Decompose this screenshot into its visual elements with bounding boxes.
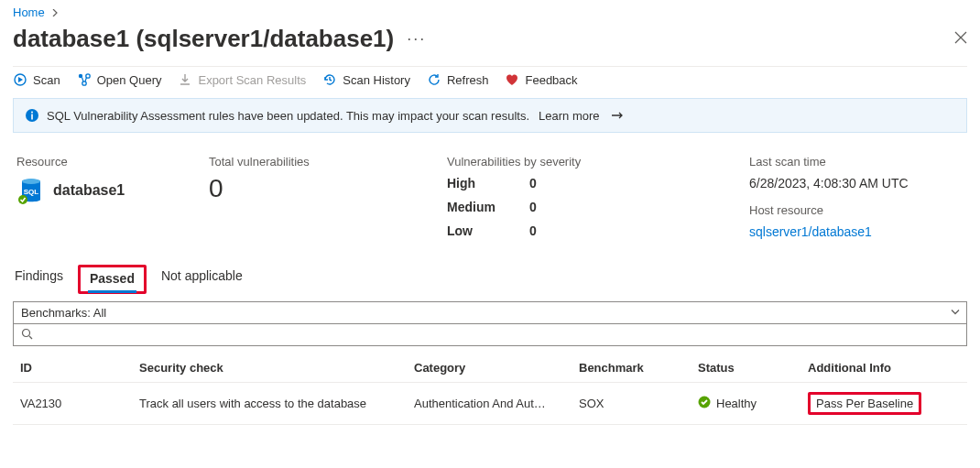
sev-medium-label: Medium <box>447 200 529 214</box>
svg-point-3 <box>82 82 85 85</box>
history-label: Scan History <box>343 73 410 87</box>
cell-benchmark: SOX <box>572 383 691 425</box>
status-text: Healthy <box>716 397 757 410</box>
healthy-icon <box>698 396 711 411</box>
col-id[interactable]: ID <box>13 354 132 383</box>
more-icon[interactable]: ··· <box>399 29 433 49</box>
col-benchmark[interactable]: Benchmark <box>572 354 691 383</box>
last-scan-label: Last scan time <box>749 155 978 169</box>
severity-label: Vulnerabilities by severity <box>447 155 731 169</box>
svg-point-7 <box>22 179 40 184</box>
scan-button[interactable]: Scan <box>13 72 60 87</box>
info-icon <box>25 108 39 123</box>
download-icon <box>178 72 192 87</box>
export-label: Export Scan Results <box>198 73 306 87</box>
sev-medium-value: 0 <box>529 200 584 214</box>
history-icon <box>322 72 337 87</box>
search-icon <box>21 328 33 343</box>
toolbar: Scan Open Query Export Scan Results Scan… <box>13 66 967 98</box>
chevron-down-icon <box>950 306 961 320</box>
col-status[interactable]: Status <box>691 354 800 383</box>
last-scan-value: 6/28/2023, 4:08:30 AM UTC <box>749 176 978 190</box>
resource-name: database1 <box>53 182 125 199</box>
table-row[interactable]: VA2130 Track all users with access to th… <box>13 383 967 425</box>
banner-text: SQL Vulnerability Assessment rules have … <box>47 109 529 123</box>
svg-point-5 <box>31 112 33 114</box>
benchmark-select[interactable]: Benchmarks: All <box>13 301 967 324</box>
breadcrumb-home[interactable]: Home <box>13 5 45 19</box>
feedback-label: Feedback <box>525 73 577 87</box>
search-input[interactable] <box>13 324 967 346</box>
learn-more-link[interactable]: Learn more <box>539 109 599 123</box>
close-icon[interactable] <box>954 31 967 47</box>
cell-category: Authentication And Aut… <box>407 383 572 425</box>
col-info[interactable]: Additional Info <box>800 354 967 383</box>
svg-point-10 <box>23 329 30 336</box>
sev-low-value: 0 <box>529 223 584 238</box>
search-field[interactable] <box>38 327 959 343</box>
svg-rect-6 <box>31 114 33 120</box>
refresh-label: Refresh <box>447 73 489 87</box>
page-title: database1 (sqlserver1/database1) <box>13 25 394 53</box>
cell-id: VA2130 <box>13 383 132 425</box>
total-vuln-label: Total vulnerabilities <box>209 155 429 169</box>
history-button[interactable]: Scan History <box>322 72 410 87</box>
open-query-button[interactable]: Open Query <box>77 72 162 87</box>
overview: Resource SQL database1 Total vulnerabili… <box>13 133 967 257</box>
tab-findings[interactable]: Findings <box>13 263 65 288</box>
benchmark-value: Benchmarks: All <box>21 306 106 320</box>
refresh-icon <box>427 72 441 87</box>
chevron-right-icon <box>48 5 62 19</box>
col-category[interactable]: Category <box>407 354 572 383</box>
sev-high-label: High <box>447 176 529 190</box>
cell-info: Pass Per Baseline <box>800 383 967 425</box>
scan-icon <box>13 72 27 87</box>
tab-not-applicable[interactable]: Not applicable <box>159 263 245 288</box>
export-button: Export Scan Results <box>178 72 306 87</box>
info-text: Pass Per Baseline <box>816 397 913 410</box>
cell-status: Healthy <box>691 383 800 425</box>
svg-text:SQL: SQL <box>24 188 39 196</box>
results-table: ID Security check Category Benchmark Sta… <box>13 354 967 425</box>
sev-low-label: Low <box>447 223 529 238</box>
tabs: Findings Passed Not applicable <box>13 257 967 288</box>
query-icon <box>77 72 92 87</box>
cell-check: Track all users with access to the datab… <box>132 383 407 425</box>
resource-label: Resource <box>16 155 191 169</box>
info-banner: SQL Vulnerability Assessment rules have … <box>13 98 967 133</box>
feedback-button[interactable]: Feedback <box>505 72 577 87</box>
tab-passed[interactable]: Passed <box>88 266 136 291</box>
sql-database-icon: SQL <box>16 176 46 205</box>
sev-high-value: 0 <box>529 176 584 190</box>
open-query-label: Open Query <box>97 73 162 87</box>
heart-icon <box>505 72 519 87</box>
refresh-button[interactable]: Refresh <box>427 72 489 87</box>
scan-label: Scan <box>33 73 60 87</box>
svg-point-9 <box>18 195 27 204</box>
arrow-right-icon <box>611 109 624 123</box>
col-check[interactable]: Security check <box>132 354 407 383</box>
host-label: Host resource <box>749 203 978 217</box>
host-link[interactable]: sqlserver1/database1 <box>749 224 872 239</box>
total-vuln-value: 0 <box>209 176 429 201</box>
breadcrumb: Home <box>13 0 967 23</box>
